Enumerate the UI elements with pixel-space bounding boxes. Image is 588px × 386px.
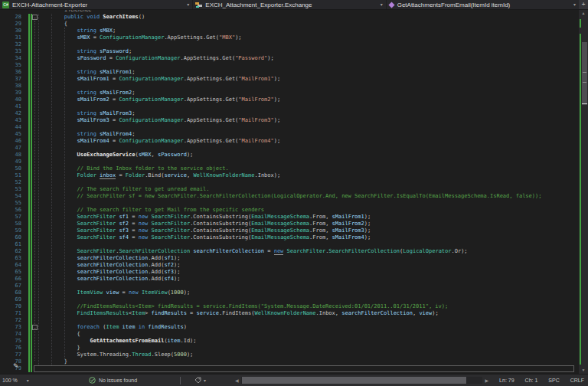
code-line[interactable]: 41 [0, 103, 579, 110]
code-line[interactable]: 57 SearchFilter sf1 = new SearchFilter.C… [0, 214, 579, 221]
code-line[interactable]: 48 UseExchangeService(sMBX, sPassword); [0, 152, 579, 159]
code-line[interactable]: 73- foreach (Item item in findResults) [0, 324, 579, 331]
code-text[interactable]: } [38, 345, 579, 352]
code-text[interactable]: public void SearchItems() [38, 14, 579, 21]
code-text[interactable] [38, 103, 579, 110]
code-text[interactable]: string sPassword; [38, 48, 579, 55]
code-line[interactable]: 68 ItemView view = new ItemView(1000); [0, 290, 579, 296]
code-text[interactable]: GetAttachmentsFromEmail(item.Id); [38, 338, 579, 345]
code-text[interactable]: sPassword = ConfigurationManager.AppSett… [38, 55, 579, 62]
code-line[interactable]: 77 System.Threading.Thread.Sleep(5000); [0, 352, 579, 358]
code-line[interactable]: 40 sMailFrom2 = ConfigurationManager.App… [0, 96, 579, 103]
code-line[interactable]: 47 [0, 145, 579, 152]
code-line[interactable]: 45 string sMailFrom4; [0, 131, 579, 138]
code-line[interactable]: 55 [0, 200, 579, 207]
member-dropdown[interactable]: GetAttachmentsFromEmail(ItemId itemId) ▾ [387, 0, 579, 9]
code-line[interactable]: 63 searchFilterCollection.Add(sf1); [0, 255, 579, 262]
code-line[interactable]: 65 searchFilterCollection.Add(sf3); [0, 269, 579, 276]
code-line[interactable]: 42 string sMailFrom3; [0, 110, 579, 117]
code-text[interactable]: SearchFilter sf4 = new SearchFilter.Cont… [38, 234, 579, 241]
code-line[interactable]: 78 } [0, 358, 579, 365]
code-text[interactable]: sMailFrom3 = ConfigurationManager.AppSet… [38, 117, 579, 124]
project-dropdown[interactable]: C# EXCH-Attachment-Exporter ▾ [0, 0, 193, 9]
filter-tag-control[interactable]: ▾ [194, 377, 206, 384]
code-text[interactable]: System.Threading.Thread.Sleep(5000); [38, 352, 579, 358]
code-line[interactable]: 32 [0, 41, 579, 48]
code-text[interactable] [38, 283, 579, 290]
code-line[interactable]: 62 SearchFilter.SearchFilterCollection s… [0, 248, 579, 255]
zoom-control[interactable]: 100 % [2, 378, 18, 383]
code-line[interactable]: 51 Folder inbox = Folder.Bind(service, W… [0, 172, 579, 179]
code-line[interactable]: 38 [0, 83, 579, 90]
code-line[interactable]: 44 [0, 124, 579, 131]
code-line[interactable]: 61 [0, 241, 579, 248]
code-text[interactable]: //FindItemsResults<Item> findResults = s… [38, 303, 579, 310]
code-line[interactable]: 49 [0, 159, 579, 165]
code-text[interactable] [38, 317, 579, 324]
code-text[interactable]: sMailFrom1 = ConfigurationManager.AppSet… [38, 76, 579, 83]
type-dropdown[interactable]: EXCH_Attachment_Exporter.Exchange ▾ [193, 0, 386, 9]
code-line[interactable]: 67 [0, 283, 579, 290]
code-text[interactable] [38, 296, 579, 303]
horizontal-scrollbar-thumb[interactable] [242, 377, 467, 384]
code-line[interactable]: 35 [0, 62, 579, 69]
code-text[interactable]: // Bind the Inbox folder to the service … [38, 165, 579, 172]
code-line[interactable]: 60 SearchFilter sf4 = new SearchFilter.C… [0, 234, 579, 241]
code-line[interactable]: 59 SearchFilter sf3 = new SearchFilter.C… [0, 227, 579, 234]
code-text[interactable]: string sMailFrom1; [38, 69, 579, 76]
code-text[interactable] [38, 241, 579, 248]
horizontal-scrollbar[interactable] [241, 377, 483, 384]
code-text[interactable]: FindItemsResults<Item> findResults = ser… [38, 310, 579, 317]
fold-margin[interactable]: - [32, 14, 38, 21]
code-text[interactable]: string sMailFrom4; [38, 131, 579, 138]
vertical-scrollbar[interactable]: ▲ ▼ [579, 10, 588, 374]
collapse-box-icon[interactable]: - [32, 15, 38, 20]
code-text[interactable]: SearchFilter sf1 = new SearchFilter.Cont… [38, 214, 579, 221]
code-text[interactable] [38, 62, 579, 69]
code-line[interactable]: 30 string sMBX; [0, 28, 579, 34]
code-line[interactable]: 34 sPassword = ConfigurationManager.AppS… [0, 55, 579, 62]
fold-margin[interactable]: - [32, 324, 38, 331]
code-line[interactable]: 46 sMailFrom4 = ConfigurationManager.App… [0, 138, 579, 145]
code-text[interactable]: { [38, 21, 579, 28]
scroll-left-arrow-icon[interactable]: ◀ [235, 378, 239, 383]
code-line[interactable]: 28- public void SearchItems() [0, 14, 579, 21]
code-pane[interactable]: 1 reference 28- public void SearchItems(… [0, 10, 579, 374]
collapse-box-icon[interactable]: - [32, 325, 38, 330]
code-text[interactable] [38, 41, 579, 48]
code-line[interactable]: 52 [0, 179, 579, 186]
code-line[interactable]: 33 string sPassword; [0, 48, 579, 55]
code-line[interactable]: 31 sMBX = ConfigurationManager.AppSettin… [0, 34, 579, 41]
code-text[interactable]: UseExchangeService(sMBX, sPassword); [38, 152, 579, 159]
code-text[interactable]: SearchFilter sf3 = new SearchFilter.Cont… [38, 227, 579, 234]
code-rows[interactable]: 28- public void SearchItems()29 {30 stri… [0, 14, 579, 372]
code-text[interactable]: { [38, 331, 579, 338]
scroll-right-arrow-icon[interactable]: ▶ [485, 378, 488, 383]
code-text[interactable]: // The search filter to get unread email… [38, 186, 579, 193]
health-indicator[interactable]: No issues found [89, 377, 137, 384]
code-line[interactable]: 66 searchFilterCollection.Add(sf4); [0, 276, 579, 283]
code-editor[interactable]: 1 reference 28- public void SearchItems(… [0, 10, 588, 374]
code-text[interactable]: } [38, 358, 579, 365]
code-line[interactable]: 54 // SearchFilter sf = new SearchFilter… [0, 193, 579, 200]
code-line[interactable]: 53 // The search filter to get unread em… [0, 186, 579, 193]
code-line[interactable]: 75 GetAttachmentsFromEmail(item.Id); [0, 338, 579, 345]
code-line[interactable]: 50 // Bind the Inbox folder to the servi… [0, 165, 579, 172]
code-text[interactable]: // SearchFilter sf = new SearchFilter.Se… [38, 193, 579, 200]
code-text[interactable]: SearchFilter.SearchFilterCollection sear… [38, 248, 579, 255]
code-line[interactable]: 58 SearchFilter sf2 = new SearchFilter.C… [0, 221, 579, 227]
code-text[interactable] [38, 200, 579, 207]
code-text[interactable]: searchFilterCollection.Add(sf1); [38, 255, 579, 262]
code-text[interactable]: // The search filter to get Mail from th… [38, 207, 579, 214]
code-text[interactable]: string sMBX; [38, 28, 579, 34]
vertical-scrollbar-thumb[interactable] [582, 42, 587, 105]
code-text[interactable] [38, 179, 579, 186]
code-line[interactable]: 70 //FindItemsResults<Item> findResults … [0, 303, 579, 310]
code-line[interactable]: 56 // The search filter to get Mail from… [0, 207, 579, 214]
split-editor-handle[interactable]: + [579, 0, 588, 9]
code-text[interactable]: sMailFrom2 = ConfigurationManager.AppSet… [38, 96, 579, 103]
code-line[interactable]: 74 { [0, 331, 579, 338]
chevron-down-icon[interactable]: ▾ [27, 378, 29, 383]
code-text[interactable] [38, 124, 579, 131]
code-line[interactable]: 64 searchFilterCollection.Add(sf2); [0, 262, 579, 269]
